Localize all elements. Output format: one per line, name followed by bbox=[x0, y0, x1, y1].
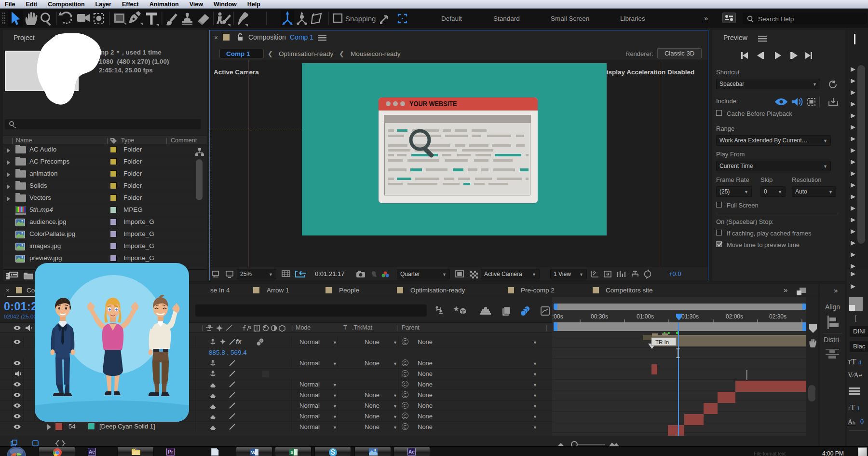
svg-text:X: X bbox=[291, 450, 294, 455]
svg-text:TR In: TR In bbox=[655, 339, 669, 345]
svg-text:W: W bbox=[251, 450, 256, 455]
